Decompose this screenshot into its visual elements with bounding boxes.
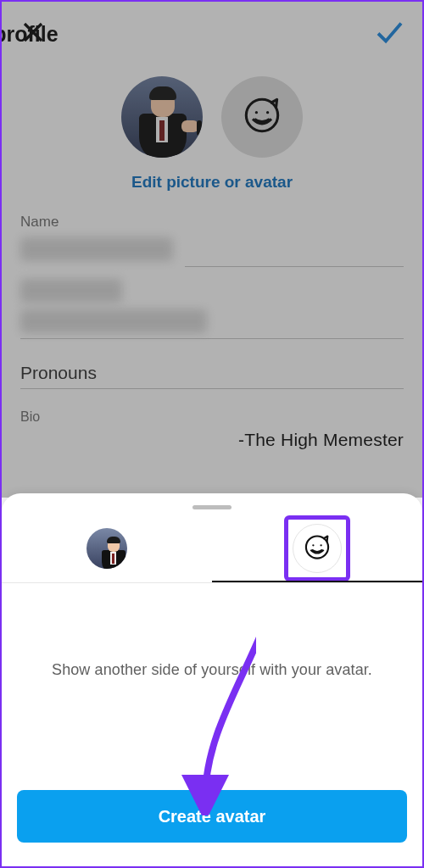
edit-picture-link[interactable]: Edit picture or avatar: [2, 173, 422, 192]
header: Edit profile: [2, 2, 422, 59]
pronouns-label[interactable]: Pronouns: [20, 363, 404, 383]
divider: [20, 338, 404, 339]
username-field[interactable]: [20, 309, 207, 333]
name-label: Name: [20, 214, 404, 231]
avatar-selector: [2, 76, 422, 158]
username-label-blurred: [20, 279, 122, 303]
svg-point-7: [320, 544, 321, 546]
profile-photo[interactable]: [121, 76, 203, 158]
create-avatar-button[interactable]: Create avatar: [17, 790, 407, 843]
check-icon[interactable]: [373, 17, 404, 51]
sheet-description: Show another side of yourself with your …: [24, 661, 400, 679]
name-field[interactable]: [20, 237, 173, 261]
svg-point-5: [306, 537, 328, 559]
tab-avatar[interactable]: [212, 515, 422, 582]
avatar-icon: [243, 97, 281, 137]
profile-photo-thumb: [86, 528, 127, 569]
sheet-tabs: [2, 515, 422, 582]
app-frame: Edit profile: [0, 0, 424, 868]
svg-point-2: [246, 99, 277, 131]
sheet-handle[interactable]: [192, 505, 232, 509]
svg-point-3: [255, 111, 258, 114]
avatar-sheet: Show another side of yourself with your …: [2, 493, 422, 866]
avatar-placeholder[interactable]: [221, 76, 303, 158]
bio-field[interactable]: -The High Memester: [20, 430, 404, 450]
svg-point-6: [312, 544, 314, 546]
page-title: Edit profile: [0, 22, 59, 47]
svg-point-4: [266, 111, 269, 114]
tab-photo[interactable]: [2, 515, 212, 582]
divider: [185, 266, 404, 267]
divider: [20, 388, 404, 389]
person-illustration: [134, 83, 195, 158]
bio-label: Bio: [20, 409, 404, 425]
avatar-icon: [304, 534, 331, 563]
